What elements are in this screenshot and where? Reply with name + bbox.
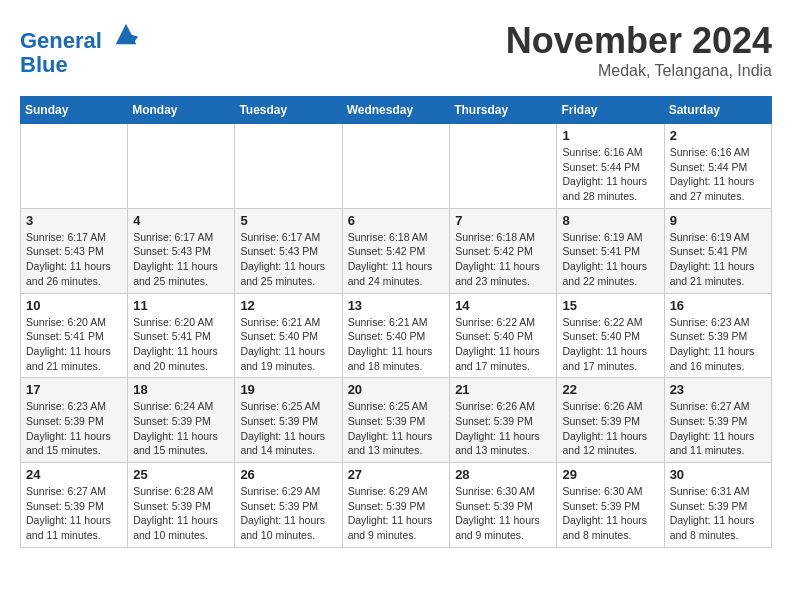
- empty-cell: [342, 124, 450, 209]
- day-number: 22: [562, 382, 658, 397]
- day-number: 16: [670, 298, 766, 313]
- weekday-header-saturday: Saturday: [664, 97, 771, 124]
- day-number: 10: [26, 298, 122, 313]
- day-info: Sunrise: 6:17 AM Sunset: 5:43 PM Dayligh…: [133, 230, 229, 289]
- day-cell-27: 27Sunrise: 6:29 AM Sunset: 5:39 PM Dayli…: [342, 463, 450, 548]
- day-info: Sunrise: 6:21 AM Sunset: 5:40 PM Dayligh…: [240, 315, 336, 374]
- day-number: 29: [562, 467, 658, 482]
- day-number: 8: [562, 213, 658, 228]
- week-row-5: 24Sunrise: 6:27 AM Sunset: 5:39 PM Dayli…: [21, 463, 772, 548]
- day-cell-15: 15Sunrise: 6:22 AM Sunset: 5:40 PM Dayli…: [557, 293, 664, 378]
- day-info: Sunrise: 6:29 AM Sunset: 5:39 PM Dayligh…: [348, 484, 445, 543]
- day-info: Sunrise: 6:26 AM Sunset: 5:39 PM Dayligh…: [562, 399, 658, 458]
- day-cell-7: 7Sunrise: 6:18 AM Sunset: 5:42 PM Daylig…: [450, 208, 557, 293]
- day-info: Sunrise: 6:27 AM Sunset: 5:39 PM Dayligh…: [26, 484, 122, 543]
- weekday-header-row: SundayMondayTuesdayWednesdayThursdayFrid…: [21, 97, 772, 124]
- day-info: Sunrise: 6:23 AM Sunset: 5:39 PM Dayligh…: [26, 399, 122, 458]
- day-info: Sunrise: 6:17 AM Sunset: 5:43 PM Dayligh…: [240, 230, 336, 289]
- day-number: 14: [455, 298, 551, 313]
- day-number: 26: [240, 467, 336, 482]
- weekday-header-monday: Monday: [128, 97, 235, 124]
- day-number: 12: [240, 298, 336, 313]
- day-cell-9: 9Sunrise: 6:19 AM Sunset: 5:41 PM Daylig…: [664, 208, 771, 293]
- day-cell-4: 4Sunrise: 6:17 AM Sunset: 5:43 PM Daylig…: [128, 208, 235, 293]
- day-info: Sunrise: 6:17 AM Sunset: 5:43 PM Dayligh…: [26, 230, 122, 289]
- day-number: 18: [133, 382, 229, 397]
- week-row-4: 17Sunrise: 6:23 AM Sunset: 5:39 PM Dayli…: [21, 378, 772, 463]
- day-number: 15: [562, 298, 658, 313]
- day-info: Sunrise: 6:30 AM Sunset: 5:39 PM Dayligh…: [455, 484, 551, 543]
- day-info: Sunrise: 6:20 AM Sunset: 5:41 PM Dayligh…: [26, 315, 122, 374]
- day-number: 9: [670, 213, 766, 228]
- day-number: 13: [348, 298, 445, 313]
- logo-subtext: Blue: [20, 53, 140, 77]
- weekday-header-wednesday: Wednesday: [342, 97, 450, 124]
- day-number: 5: [240, 213, 336, 228]
- day-cell-25: 25Sunrise: 6:28 AM Sunset: 5:39 PM Dayli…: [128, 463, 235, 548]
- month-title: November 2024: [506, 20, 772, 62]
- day-cell-19: 19Sunrise: 6:25 AM Sunset: 5:39 PM Dayli…: [235, 378, 342, 463]
- logo-icon: [112, 20, 140, 48]
- day-info: Sunrise: 6:25 AM Sunset: 5:39 PM Dayligh…: [240, 399, 336, 458]
- weekday-header-tuesday: Tuesday: [235, 97, 342, 124]
- week-row-1: 1Sunrise: 6:16 AM Sunset: 5:44 PM Daylig…: [21, 124, 772, 209]
- day-cell-17: 17Sunrise: 6:23 AM Sunset: 5:39 PM Dayli…: [21, 378, 128, 463]
- day-number: 28: [455, 467, 551, 482]
- day-number: 19: [240, 382, 336, 397]
- day-info: Sunrise: 6:16 AM Sunset: 5:44 PM Dayligh…: [562, 145, 658, 204]
- weekday-header-sunday: Sunday: [21, 97, 128, 124]
- day-info: Sunrise: 6:24 AM Sunset: 5:39 PM Dayligh…: [133, 399, 229, 458]
- day-number: 24: [26, 467, 122, 482]
- day-info: Sunrise: 6:31 AM Sunset: 5:39 PM Dayligh…: [670, 484, 766, 543]
- day-number: 30: [670, 467, 766, 482]
- day-cell-24: 24Sunrise: 6:27 AM Sunset: 5:39 PM Dayli…: [21, 463, 128, 548]
- day-number: 17: [26, 382, 122, 397]
- day-number: 3: [26, 213, 122, 228]
- day-info: Sunrise: 6:27 AM Sunset: 5:39 PM Dayligh…: [670, 399, 766, 458]
- day-cell-5: 5Sunrise: 6:17 AM Sunset: 5:43 PM Daylig…: [235, 208, 342, 293]
- day-info: Sunrise: 6:28 AM Sunset: 5:39 PM Dayligh…: [133, 484, 229, 543]
- day-info: Sunrise: 6:30 AM Sunset: 5:39 PM Dayligh…: [562, 484, 658, 543]
- day-number: 21: [455, 382, 551, 397]
- day-info: Sunrise: 6:22 AM Sunset: 5:40 PM Dayligh…: [455, 315, 551, 374]
- logo-text: General: [20, 20, 140, 53]
- day-cell-20: 20Sunrise: 6:25 AM Sunset: 5:39 PM Dayli…: [342, 378, 450, 463]
- day-cell-29: 29Sunrise: 6:30 AM Sunset: 5:39 PM Dayli…: [557, 463, 664, 548]
- logo: General Blue: [20, 20, 140, 77]
- day-cell-16: 16Sunrise: 6:23 AM Sunset: 5:39 PM Dayli…: [664, 293, 771, 378]
- empty-cell: [235, 124, 342, 209]
- day-number: 27: [348, 467, 445, 482]
- day-info: Sunrise: 6:19 AM Sunset: 5:41 PM Dayligh…: [670, 230, 766, 289]
- day-info: Sunrise: 6:26 AM Sunset: 5:39 PM Dayligh…: [455, 399, 551, 458]
- day-info: Sunrise: 6:22 AM Sunset: 5:40 PM Dayligh…: [562, 315, 658, 374]
- day-number: 1: [562, 128, 658, 143]
- day-number: 6: [348, 213, 445, 228]
- day-info: Sunrise: 6:19 AM Sunset: 5:41 PM Dayligh…: [562, 230, 658, 289]
- day-cell-2: 2Sunrise: 6:16 AM Sunset: 5:44 PM Daylig…: [664, 124, 771, 209]
- day-number: 20: [348, 382, 445, 397]
- day-number: 4: [133, 213, 229, 228]
- day-cell-23: 23Sunrise: 6:27 AM Sunset: 5:39 PM Dayli…: [664, 378, 771, 463]
- day-cell-18: 18Sunrise: 6:24 AM Sunset: 5:39 PM Dayli…: [128, 378, 235, 463]
- day-cell-21: 21Sunrise: 6:26 AM Sunset: 5:39 PM Dayli…: [450, 378, 557, 463]
- day-cell-30: 30Sunrise: 6:31 AM Sunset: 5:39 PM Dayli…: [664, 463, 771, 548]
- day-info: Sunrise: 6:16 AM Sunset: 5:44 PM Dayligh…: [670, 145, 766, 204]
- empty-cell: [128, 124, 235, 209]
- title-block: November 2024 Medak, Telangana, India: [506, 20, 772, 80]
- day-cell-28: 28Sunrise: 6:30 AM Sunset: 5:39 PM Dayli…: [450, 463, 557, 548]
- location-title: Medak, Telangana, India: [506, 62, 772, 80]
- day-number: 25: [133, 467, 229, 482]
- week-row-2: 3Sunrise: 6:17 AM Sunset: 5:43 PM Daylig…: [21, 208, 772, 293]
- day-info: Sunrise: 6:23 AM Sunset: 5:39 PM Dayligh…: [670, 315, 766, 374]
- day-number: 23: [670, 382, 766, 397]
- day-info: Sunrise: 6:18 AM Sunset: 5:42 PM Dayligh…: [348, 230, 445, 289]
- day-cell-22: 22Sunrise: 6:26 AM Sunset: 5:39 PM Dayli…: [557, 378, 664, 463]
- day-number: 2: [670, 128, 766, 143]
- day-cell-10: 10Sunrise: 6:20 AM Sunset: 5:41 PM Dayli…: [21, 293, 128, 378]
- day-info: Sunrise: 6:21 AM Sunset: 5:40 PM Dayligh…: [348, 315, 445, 374]
- calendar-table: SundayMondayTuesdayWednesdayThursdayFrid…: [20, 96, 772, 548]
- day-info: Sunrise: 6:20 AM Sunset: 5:41 PM Dayligh…: [133, 315, 229, 374]
- day-cell-11: 11Sunrise: 6:20 AM Sunset: 5:41 PM Dayli…: [128, 293, 235, 378]
- day-cell-1: 1Sunrise: 6:16 AM Sunset: 5:44 PM Daylig…: [557, 124, 664, 209]
- day-info: Sunrise: 6:29 AM Sunset: 5:39 PM Dayligh…: [240, 484, 336, 543]
